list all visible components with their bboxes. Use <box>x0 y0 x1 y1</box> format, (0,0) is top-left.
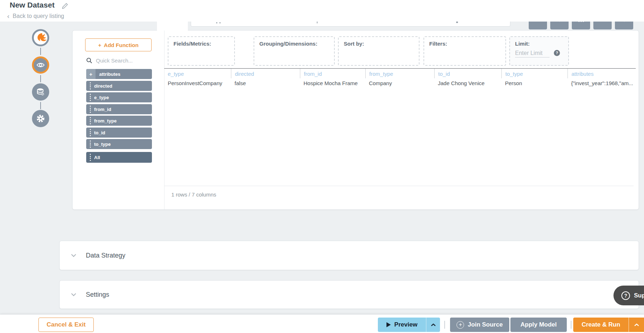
table-cell-e_type: PersonInvestCompany <box>164 79 231 89</box>
step-source[interactable] <box>32 29 49 46</box>
table-cell-to_id: Jade Chong Venice <box>434 79 501 89</box>
field-chip-e_type[interactable]: e_type <box>86 92 152 102</box>
apply-model-button[interactable]: Apply Model <box>510 318 567 332</box>
chevron-up-icon <box>431 323 436 327</box>
chip-label: All <box>94 155 100 160</box>
footer-divider <box>444 321 445 329</box>
step-data[interactable] <box>32 83 49 101</box>
play-icon <box>386 322 391 327</box>
apply-model-label: Apply Model <box>520 321 557 328</box>
field-chip-attributes[interactable]: + attributes <box>86 69 152 79</box>
column-header-to_type[interactable]: to_type <box>501 69 567 78</box>
edit-title-icon[interactable] <box>62 3 69 11</box>
column-header-e_type[interactable]: e_type <box>164 69 231 78</box>
fields-metrics-label: Fields/Metrics: <box>173 41 211 47</box>
dataset-builder-page: New Dataset ‹ Back to query listing <box>0 0 644 333</box>
column-header-attributes[interactable]: attributes <box>567 69 636 78</box>
sortby-label: Sort by: <box>344 41 364 47</box>
eye-icon <box>36 62 45 68</box>
quick-search-input[interactable] <box>95 57 147 64</box>
create-run-expand-button[interactable] <box>629 318 644 332</box>
table-footer-divider <box>164 186 634 186</box>
fields-metrics-dropzone[interactable]: Fields/Metrics: <box>168 36 235 66</box>
drag-handle-icon <box>90 106 91 113</box>
field-chip-from_id[interactable]: from_id <box>86 104 152 114</box>
column-header-from_id[interactable]: from_id <box>300 69 365 78</box>
table-cell-to_type: Person <box>501 79 567 89</box>
step-preview-active[interactable] <box>32 56 49 74</box>
filters-label: Filters: <box>429 41 447 47</box>
limit-box: Limit: ? <box>509 36 569 66</box>
limit-label: Limit: <box>515 41 530 47</box>
expand-plus-icon[interactable]: + <box>86 69 96 79</box>
cancel-exit-button[interactable]: Cancel & Exit <box>38 318 94 332</box>
support-button[interactable]: ? Sup <box>613 286 644 305</box>
page-header: New Dataset ‹ Back to query listing <box>0 0 644 22</box>
quick-search <box>86 56 152 65</box>
column-header-from_type[interactable]: from_type <box>365 69 434 78</box>
support-label: Sup <box>634 292 644 299</box>
limit-input[interactable] <box>515 49 550 57</box>
field-chip-to_type[interactable]: to_type <box>86 139 152 149</box>
join-source-button[interactable]: + Join Source <box>450 318 509 332</box>
step-settings[interactable] <box>32 110 49 127</box>
drag-handle-icon <box>90 154 91 161</box>
drag-handle-icon <box>90 129 91 136</box>
column-header-directed[interactable]: directed <box>231 69 300 78</box>
back-link-label: Back to query listing <box>13 13 64 19</box>
filters-dropzone[interactable]: Filters: <box>423 36 506 66</box>
table-summary: 1 rows / 7 columns <box>171 191 216 198</box>
footer-bar: Cancel & Exit Preview + Join Source Appl… <box>0 314 644 333</box>
data-strategy-section[interactable]: Data Strategy <box>59 241 639 270</box>
plus-circle-icon: + <box>457 321 464 329</box>
plus-icon: + <box>98 42 101 48</box>
tigergraph-logo-icon <box>34 32 47 44</box>
step-connector <box>40 75 41 82</box>
cancel-exit-label: Cancel & Exit <box>47 321 86 328</box>
help-icon[interactable]: ? <box>554 50 560 56</box>
database-icon <box>36 88 45 96</box>
drag-handle-icon <box>90 140 91 148</box>
settings-label: Settings <box>86 291 109 299</box>
chevron-down-icon[interactable] <box>71 293 77 296</box>
gear-icon <box>36 114 45 123</box>
add-function-button[interactable]: + Add Function <box>85 38 152 51</box>
page-title: New Dataset <box>10 1 55 9</box>
chip-label: attributes <box>99 71 120 77</box>
chevron-down-icon[interactable] <box>71 254 77 257</box>
column-header-to_id[interactable]: to_id <box>434 69 501 78</box>
create-run-button[interactable]: Create & Run <box>573 318 629 332</box>
sortby-dropzone[interactable]: Sort by: <box>338 36 420 66</box>
help-circle-icon: ? <box>621 291 630 300</box>
grouping-dropzone[interactable]: Grouping/Dimensions: <box>254 36 335 66</box>
field-chip-all[interactable]: All <box>86 152 152 163</box>
step-connector <box>40 48 41 55</box>
chip-label: to_type <box>94 142 111 147</box>
drag-handle-icon <box>90 82 91 89</box>
chip-label: from_id <box>94 107 111 112</box>
join-source-label: Join Source <box>468 321 502 328</box>
preview-expand-button[interactable] <box>426 318 440 332</box>
preview-button[interactable]: Preview <box>378 318 426 332</box>
preview-label: Preview <box>394 321 417 328</box>
field-chip-to_id[interactable]: to_id <box>86 128 152 138</box>
chip-label: directed <box>94 83 112 89</box>
drag-handle-icon <box>90 94 91 101</box>
table-header-row: e_type directed from_id from_type to_id … <box>164 68 636 78</box>
step-connector <box>40 102 41 109</box>
chip-label: to_id <box>94 130 105 135</box>
footer-divider <box>571 321 571 329</box>
field-chip-from_type[interactable]: from_type <box>86 116 152 126</box>
field-chip-directed[interactable]: directed <box>86 81 152 91</box>
panel-tab <box>157 20 188 31</box>
settings-section[interactable]: Settings <box>59 280 639 309</box>
table-cell-directed: false <box>231 79 300 89</box>
grouping-label: Grouping/Dimensions: <box>259 41 318 47</box>
chevron-up-icon <box>634 323 639 327</box>
query-text-fragment <box>216 22 217 23</box>
data-strategy-label: Data Strategy <box>86 252 125 259</box>
table-row: PersonInvestCompany false Hospice Mocha … <box>164 79 636 89</box>
back-link[interactable]: ‹ Back to query listing <box>7 13 64 19</box>
chevron-left-icon: ‹ <box>7 13 9 19</box>
panel-divider <box>164 31 165 209</box>
